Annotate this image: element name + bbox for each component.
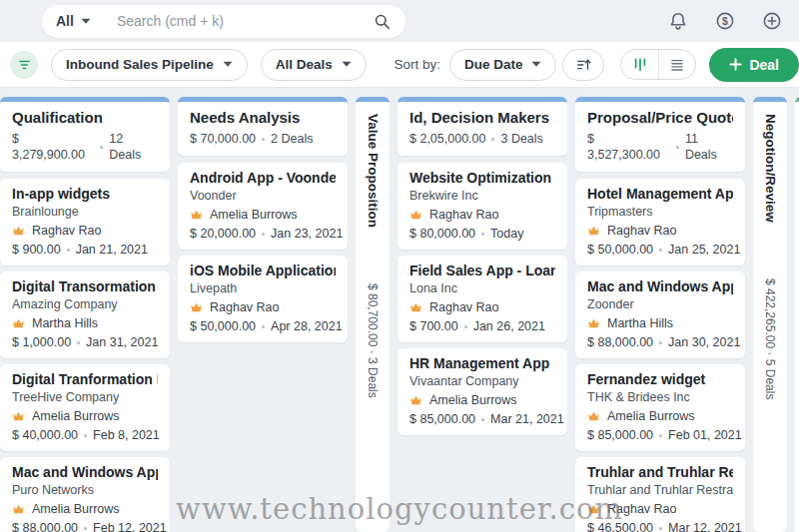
deal-due-date: Today [490, 227, 523, 242]
caret-down-icon [81, 18, 91, 25]
deal-card[interactable]: Hotel Management AppTripmastersRaghav Ra… [575, 179, 745, 266]
crown-icon [12, 410, 25, 422]
caret-down-icon [531, 61, 541, 68]
search-scope-label: All [56, 13, 74, 29]
deal-amount-row: $ 50,000.00Jan 25, 2021 [587, 243, 733, 258]
deal-owner-name: Amelia Burrows [210, 207, 298, 223]
deal-card[interactable]: Website Optimization Pr...Brekwire IncRa… [398, 163, 567, 250]
column-title: Value Proposition [366, 114, 381, 228]
deal-card[interactable]: Android App - VoonderVoonderAmelia Burro… [178, 163, 348, 250]
column-header[interactable]: Needs Analysis$ 70,000.002 Deals [178, 97, 348, 156]
kanban-column: Id, Decision Makers$ 2,05,000.003 DealsW… [398, 97, 567, 532]
deal-card[interactable]: Fernandez widgetTHK & Bridees IncAmelia … [575, 364, 745, 451]
filter-button[interactable] [10, 51, 38, 79]
crown-icon [12, 317, 25, 329]
search-scope-dropdown[interactable]: All [56, 13, 91, 29]
deal-card[interactable]: iOS Mobile Applications...LivepathRaghav… [178, 256, 348, 342]
kanban-column: Qualification$ 3,279,900.0012 DealsIn-ap… [0, 97, 170, 532]
deal-amount-row: $ 1,000.00Jan 31, 2021 [12, 335, 158, 350]
deal-amount: $ 700.00 [409, 319, 458, 334]
deal-company: Tripmasters [587, 205, 733, 220]
deal-due-date: Jan 21, 2021 [76, 243, 148, 258]
dot-separator [464, 325, 467, 328]
column-amount: $ 3,279,900.00 [12, 131, 94, 163]
deal-amount-row: $ 88,000.00Feb 12, 2021 [12, 521, 158, 532]
kanban-view-icon [632, 56, 648, 73]
kanban-board: Qualification$ 3,279,900.0012 DealsIn-ap… [0, 88, 799, 532]
deal-card[interactable]: HR Management AppVivaantar CompanyAmelia… [398, 348, 567, 435]
sort-field-dropdown[interactable]: Due Date [449, 49, 557, 81]
deal-amount: $ 50,000.00 [190, 319, 256, 334]
deal-company: Lona Inc [409, 281, 555, 296]
deal-company: THK & Bridees Inc [587, 390, 733, 405]
column-title: Qualification [12, 109, 158, 127]
deal-card[interactable]: In-app widgetsBrainloungeRaghav Rao$ 900… [0, 179, 170, 266]
search-input[interactable] [117, 13, 373, 29]
column-summary: $ 3,527,300.0011 Deals [587, 131, 733, 163]
deal-card[interactable]: Digital Transormation fo...Amazing Compa… [0, 271, 170, 358]
create-deal-button[interactable]: Deal [709, 48, 799, 82]
column-summary: $ 2,05,000.003 Deals [409, 131, 555, 147]
deal-amount-row: $ 40,000.00Feb 8, 2021 [12, 428, 158, 443]
deal-card[interactable]: Mac and Windows AppZoonderMartha Hills$ … [575, 271, 745, 358]
kanban-column-partial[interactable] [795, 97, 799, 532]
deal-due-date: Jan 23, 2021 [271, 227, 343, 242]
search-icon[interactable] [373, 12, 392, 31]
deal-card[interactable]: Field Sales App - Loana IncLona IncRagha… [398, 256, 567, 342]
deal-owner: Amelia Burrows [587, 408, 733, 424]
deal-card[interactable]: Truhlar and Truhlar Rest...Truhlar and T… [575, 457, 745, 532]
dot-separator [659, 434, 662, 437]
crown-icon [587, 410, 600, 422]
column-deal-count: 12 Deals [109, 131, 158, 163]
deal-card[interactable]: Mac and Windows App f...Puro NetworksAme… [0, 457, 170, 532]
bell-icon[interactable] [667, 10, 689, 32]
deal-title: Truhlar and Truhlar Rest... [587, 464, 733, 481]
kanban-column: Needs Analysis$ 70,000.002 DealsAndroid … [178, 97, 348, 532]
dot-separator [67, 249, 70, 252]
deal-amount-row: $ 46,500.00Mar 12, 2021 [587, 521, 733, 532]
deal-amount-row: $ 700.00Jan 26, 2021 [409, 319, 555, 334]
sort-order-button[interactable] [562, 49, 604, 81]
kanban-view-button[interactable] [621, 50, 658, 79]
column-deal-count: 2 Deals [271, 131, 313, 147]
list-view-button[interactable] [658, 50, 695, 79]
deal-title: Android App - Voonder [190, 170, 336, 187]
column-header[interactable]: Qualification$ 3,279,900.0012 Deals [0, 97, 170, 172]
dot-separator [84, 434, 87, 437]
dot-separator [262, 138, 265, 141]
column-title: Negotion/Review [763, 114, 778, 223]
deal-amount: $ 85,000.00 [409, 412, 475, 427]
column-header[interactable]: Id, Decision Makers$ 2,05,000.003 Deals [398, 97, 567, 156]
currency-icon[interactable]: $ [714, 10, 736, 32]
kanban-column-collapsed[interactable]: Value Proposition$ 80,700.00 · 3 Deals [356, 97, 390, 532]
column-title: Needs Analysis [190, 109, 336, 127]
deal-due-date: Jan 26, 2021 [473, 319, 545, 334]
deal-company: Truhlar and Truhlar Restrant [587, 483, 733, 498]
global-search-box[interactable]: All [42, 5, 405, 38]
add-circle-icon[interactable] [761, 10, 783, 32]
column-title: Proposal/Price Quote [587, 109, 733, 127]
dot-separator [659, 341, 662, 344]
deals-filter-dropdown[interactable]: All Deals [261, 49, 367, 81]
kanban-column-collapsed[interactable]: Negotion/Review$ 422,265.00 · 5 Deals [753, 97, 787, 532]
deal-title: Fernandez widget [587, 371, 733, 388]
deal-company: Puro Networks [12, 483, 158, 498]
dot-separator [77, 341, 80, 344]
deal-card[interactable]: Digital Tranformation Pr...TreeHive Comp… [0, 364, 170, 451]
deal-company: Brainlounge [12, 205, 158, 220]
pipeline-filter-dropdown[interactable]: Inbound Sales Pipeline [51, 49, 248, 81]
deal-amount-row: $ 88,000.00Jan 30, 2021 [587, 335, 733, 350]
pipeline-filter-label: Inbound Sales Pipeline [66, 57, 214, 72]
column-header[interactable]: Proposal/Price Quote$ 3,527,300.0011 Dea… [575, 97, 745, 172]
dot-separator [491, 138, 494, 141]
deal-owner: Martha Hills [587, 315, 733, 331]
deals-filter-label: All Deals [276, 57, 333, 72]
dot-separator [659, 527, 662, 530]
deal-company: Brekwire Inc [409, 189, 555, 204]
deals-toolbar: Inbound Sales Pipeline All Deals Sort by… [0, 42, 799, 88]
deal-owner: Raghav Rao [409, 299, 555, 315]
crown-icon [190, 209, 203, 221]
deal-amount-row: $ 20,000.00Jan 23, 2021 [190, 227, 336, 242]
deal-owner: Raghav Rao [587, 223, 733, 239]
deal-due-date: Mar 21, 2021 [490, 412, 564, 427]
